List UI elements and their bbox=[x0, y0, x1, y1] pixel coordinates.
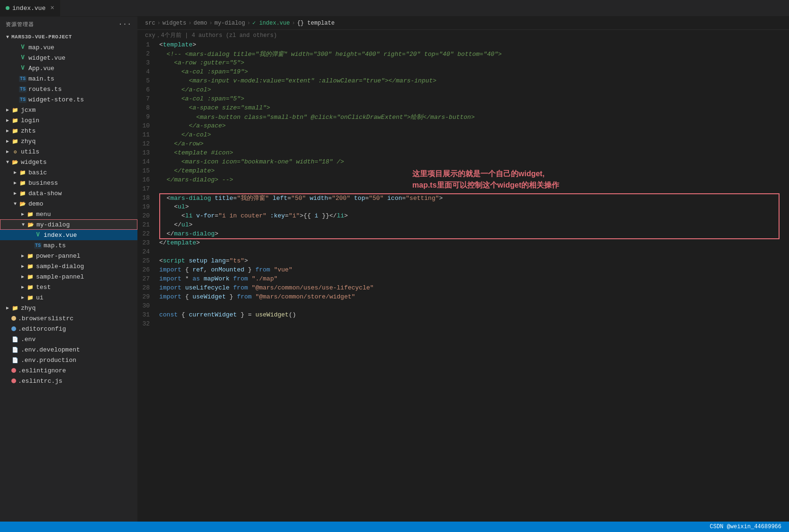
sidebar-label-env-dev: .env.development bbox=[21, 346, 137, 353]
sidebar-item-widget-store-ts[interactable]: TS widget-store.ts bbox=[0, 94, 137, 105]
line-content-13: <template #icon> bbox=[157, 149, 789, 156]
status-bar: CSDN @weixin_44689966 bbox=[0, 522, 789, 532]
sidebar-label-main-ts: main.ts bbox=[28, 75, 137, 82]
spacer bbox=[4, 346, 11, 353]
project-root[interactable]: MARS3D-VUE-PROJECT bbox=[0, 32, 137, 42]
spacer bbox=[11, 54, 19, 62]
sidebar-item-env-dev[interactable]: 📄 .env.development bbox=[0, 344, 137, 355]
sidebar-label-zhyq2: zhyq bbox=[21, 305, 137, 312]
sidebar-item-my-dialog[interactable]: 📂 my-dialog bbox=[0, 219, 137, 230]
sidebar-item-widget-vue[interactable]: V widget.vue bbox=[0, 53, 137, 63]
map-ts-icon: TS bbox=[34, 242, 42, 249]
sidebar-item-basic[interactable]: 📁 basic bbox=[0, 167, 137, 178]
sidebar-item-ui[interactable]: 📁 ui bbox=[0, 292, 137, 303]
sidebar-label-zhyq: zhyq bbox=[21, 138, 137, 145]
code-line-4: 4 <a-col :span="19"> bbox=[137, 67, 789, 76]
sidebar-item-eslintrc[interactable]: .eslintrc.js bbox=[0, 376, 137, 386]
sidebar-item-zhyq[interactable]: 📁 zhyq bbox=[0, 136, 137, 146]
blame-text: cxy，4个月前 | 4 authors (zl and others) bbox=[145, 31, 277, 39]
line-num-23: 23 bbox=[137, 239, 157, 246]
sidebar-label-my-dialog: my-dialog bbox=[36, 221, 137, 228]
code-line-6: 6 </a-col> bbox=[137, 85, 789, 94]
line-content-10: </a-space> bbox=[157, 122, 789, 129]
sidebar-item-jcxm[interactable]: 📁 jcxm bbox=[0, 105, 137, 115]
line-num-5: 5 bbox=[137, 77, 157, 84]
sidebar-label-jcxm: jcxm bbox=[21, 107, 137, 114]
sidebar-item-map-ts[interactable]: TS map.ts bbox=[0, 240, 137, 251]
sidebar-label-app-vue: App.vue bbox=[28, 65, 137, 72]
tab-label: index.vue bbox=[12, 5, 45, 12]
line-num-10: 10 bbox=[137, 122, 157, 129]
sidebar-item-routes-ts[interactable]: TS routes.ts bbox=[0, 84, 137, 94]
sidebar-item-demo[interactable]: 📂 demo bbox=[0, 198, 137, 209]
status-bar-text: CSDN @weixin_44689966 bbox=[710, 523, 781, 530]
line-content-26: import { ref, onMounted } from "vue" bbox=[157, 266, 789, 273]
sidebar-item-login[interactable]: 📁 login bbox=[0, 115, 137, 126]
utils-folder-icon: ⚙ bbox=[11, 148, 19, 155]
sidebar-label-test: test bbox=[36, 284, 137, 291]
sidebar-label-data-show: data-show bbox=[28, 190, 137, 197]
sidebar-item-index-vue[interactable]: V index.vue bbox=[0, 230, 137, 240]
code-container[interactable]: 这里项目展示的就是一个自己的widget, map.ts里面可以控制这个widg… bbox=[137, 40, 789, 522]
sidebar-item-power-pannel[interactable]: 📁 power-pannel bbox=[0, 251, 137, 261]
line-num-16: 16 bbox=[137, 176, 157, 183]
sidebar-item-zhts[interactable]: 📁 zhts bbox=[0, 126, 137, 136]
menu-arrow-icon bbox=[19, 210, 27, 218]
sidebar-item-zhyq2[interactable]: 📁 zhyq bbox=[0, 303, 137, 313]
line-content-3: <a-row :gutter="5"> bbox=[157, 59, 789, 66]
code-line-24: 24 bbox=[137, 247, 789, 256]
code-lines: 1 <template> 2 <!-- <mars-dialog title="… bbox=[137, 40, 789, 328]
more-icon[interactable]: ··· bbox=[118, 20, 132, 28]
demo-folder-icon: 📂 bbox=[19, 200, 27, 207]
ui-folder-icon: 📁 bbox=[27, 294, 34, 301]
sidebar-item-map-vue[interactable]: V map.vue bbox=[0, 42, 137, 53]
sidebar-header-icons: ··· bbox=[118, 20, 132, 28]
sidebar-label-widget-vue: widget.vue bbox=[28, 54, 137, 62]
env-icon: 📄 bbox=[11, 335, 19, 343]
sidebar-item-browserslistrc[interactable]: .browserslistrc bbox=[0, 313, 137, 324]
test-arrow-icon bbox=[19, 283, 27, 291]
sidebar-item-test[interactable]: 📁 test bbox=[0, 282, 137, 292]
line-content-16: </mars-dialog> --> bbox=[157, 176, 789, 183]
line-content-19: <ul> bbox=[157, 203, 789, 210]
jcxm-arrow-icon bbox=[4, 106, 11, 114]
sidebar-item-sample-dialog[interactable]: 📁 sample-dialog bbox=[0, 261, 137, 271]
code-line-25: 25 <script setup lang="ts"> bbox=[137, 256, 789, 265]
sidebar-item-sample-pannel[interactable]: 📁 sample-pannel bbox=[0, 271, 137, 282]
tab-close-icon[interactable]: × bbox=[50, 4, 54, 12]
blame-bar: cxy，4个月前 | 4 authors (zl and others) bbox=[137, 30, 789, 40]
sidebar-header: 资源管理器 ··· bbox=[0, 17, 137, 32]
line-content-20: <li v-for="i in couter" :key="i">{{ i }}… bbox=[157, 212, 789, 219]
sidebar-item-editorconfig[interactable]: .editorconfig bbox=[0, 324, 137, 334]
tab-bar: index.vue × bbox=[0, 0, 789, 17]
spacer bbox=[11, 44, 19, 51]
power-folder-icon: 📁 bbox=[27, 252, 34, 260]
zhyq-arrow-icon bbox=[4, 137, 11, 145]
sidebar-item-main-ts[interactable]: TS main.ts bbox=[0, 73, 137, 84]
sidebar-item-data-show[interactable]: 📁 data-show bbox=[0, 188, 137, 198]
sidebar-item-utils[interactable]: ⚙ utils bbox=[0, 146, 137, 157]
vue-dot-icon bbox=[6, 6, 9, 10]
line-num-26: 26 bbox=[137, 266, 157, 273]
sidebar-item-menu[interactable]: 📁 menu bbox=[0, 209, 137, 219]
browserslistrc-icon bbox=[11, 316, 16, 321]
sidebar-item-widgets[interactable]: 📂 widgets bbox=[0, 157, 137, 167]
tab-index-vue[interactable]: index.vue × bbox=[0, 0, 61, 17]
sidebar-item-env-prod[interactable]: 📄 .env.production bbox=[0, 355, 137, 365]
breadcrumb: src › widgets › demo › my-dialog › ✓ ind… bbox=[137, 17, 789, 30]
bc-widgets: widgets bbox=[163, 20, 186, 27]
sidebar-item-business[interactable]: 📁 business bbox=[0, 178, 137, 188]
code-line-7: 7 <a-col :span="5"> bbox=[137, 94, 789, 103]
my-dialog-folder-icon: 📂 bbox=[27, 221, 35, 228]
business-folder-icon: 📁 bbox=[19, 179, 27, 187]
code-line-22: 22 </mars-dialog> bbox=[137, 229, 789, 238]
line-num-21: 21 bbox=[137, 221, 157, 228]
line-num-32: 32 bbox=[137, 320, 157, 327]
sidebar-item-eslintignore[interactable]: .eslintignore bbox=[0, 365, 137, 376]
code-line-20: 20 <li v-for="i in couter" :key="i">{{ i… bbox=[137, 211, 789, 220]
bc-sep5: › bbox=[292, 20, 295, 27]
code-line-30: 30 bbox=[137, 301, 789, 310]
sidebar-item-env[interactable]: 📄 .env bbox=[0, 334, 137, 344]
editor-area: src › widgets › demo › my-dialog › ✓ ind… bbox=[137, 17, 789, 522]
sidebar-item-app-vue[interactable]: V App.vue bbox=[0, 63, 137, 73]
